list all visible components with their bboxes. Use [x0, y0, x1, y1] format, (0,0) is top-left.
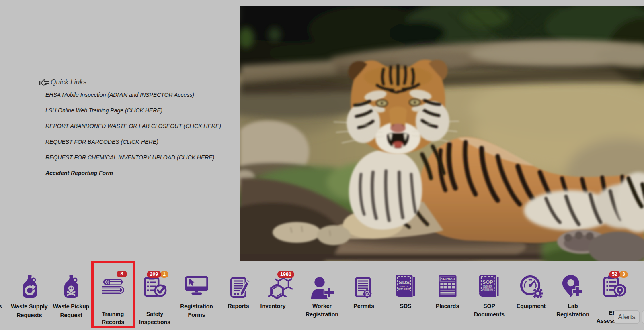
svg-text:SAFETY: SAFETY — [400, 286, 408, 288]
svg-text:CAUTION: CAUTION — [440, 277, 455, 281]
svg-text:SOP: SOP — [482, 279, 493, 285]
svg-text:SDS: SDS — [398, 279, 410, 285]
svg-text:DATA SHEET: DATA SHEET — [398, 288, 410, 290]
svg-text:PROCEDURE: PROCEDURE — [482, 289, 493, 291]
